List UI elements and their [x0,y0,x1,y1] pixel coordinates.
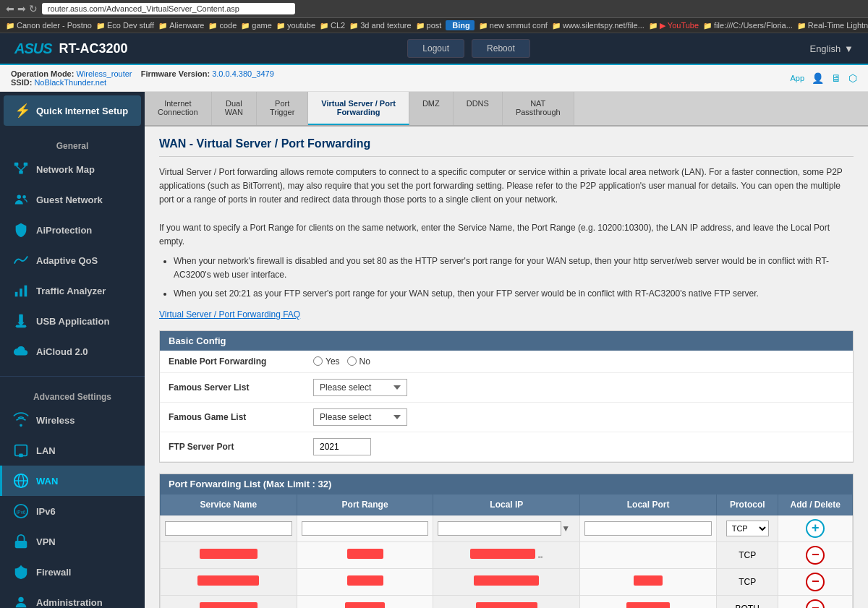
browser-bar: ⬅ ➡ ↻ router.asus.com/Advanced_VirtualSe… [0,0,868,18]
svg-rect-0 [14,163,19,166]
col-local-port: Local Port [580,494,717,515]
row3-port-range [345,602,385,608]
delete-button-3[interactable]: − [806,599,825,608]
enable-no-label[interactable]: No [347,356,370,367]
input-local-ip[interactable] [438,521,561,536]
add-button[interactable]: + [806,519,825,538]
tab-dmz[interactable]: DMZ [409,92,454,125]
bookmark-code[interactable]: code [208,21,237,30]
status-bar: Operation Mode: Wireless_router Firmware… [0,65,868,92]
bullet-2: When you set 20:21 as your FTP server's … [174,287,854,301]
sidebar-item-aiprotection[interactable]: AiProtection [0,215,145,245]
bookmark-canon[interactable]: Canon deler - Postno [6,21,92,30]
famous-game-value: Please select [313,408,407,426]
sidebar-label-administration: Administration [36,597,103,608]
enable-port-forwarding-row: Enable Port Forwarding Yes No [160,351,853,373]
input-service-name[interactable] [165,521,292,536]
port-forwarding-header: Port Forwarding List (Max Limit : 32) [160,474,853,494]
input-protocol-select[interactable]: TCP UDP BOTH [726,521,769,536]
bookmark-post[interactable]: post [416,21,442,30]
famous-server-value: Please select [313,379,407,396]
logout-button[interactable]: Logout [407,39,464,58]
monitor-icon[interactable]: 🖥 [831,72,841,84]
sidebar-item-aicloud[interactable]: AiCloud 2.0 [0,336,145,367]
sidebar-item-network-map[interactable]: Network Map [0,154,145,184]
svg-rect-18 [15,541,27,548]
sidebar-item-firewall[interactable]: Firewall [0,557,145,587]
col-add-delete: Add / Delete [778,494,853,515]
user-icon[interactable]: 👤 [812,72,824,84]
address-bar[interactable]: router.asus.com/Advanced_VirtualServer_C… [42,3,295,14]
usb-application-icon [13,313,29,329]
bookmark-lightning[interactable]: Real-Time Lightning [797,21,868,30]
col-protocol: Protocol [716,494,778,515]
ssid-value[interactable]: NoBlackThunder.net [34,78,106,87]
enable-no-radio[interactable] [347,356,357,366]
table-row-1: -- TCP − [161,541,853,568]
bookmark-smmut[interactable]: new smmut conf [479,21,548,30]
svg-line-3 [17,166,21,170]
sidebar-item-vpn[interactable]: VPN [0,526,145,557]
row1-port-range [347,549,383,559]
famous-game-select[interactable]: Please select [313,408,407,426]
bookmark-3d[interactable]: 3d and texture [349,21,411,30]
bookmark-game[interactable]: game [241,21,272,30]
delete-button-2[interactable]: − [806,573,825,591]
local-ip-dropdown-icon[interactable]: ▼ [561,523,570,534]
input-local-port[interactable] [584,521,712,536]
page-description: Virtual Server / Port forwarding allows … [159,166,854,301]
bookmark-floria[interactable]: file:///C:/Users/Floria... [703,21,793,30]
tab-port-trigger[interactable]: PortTrigger [257,92,308,125]
sidebar-item-usb-application[interactable]: USB Application [0,306,145,336]
bookmark-cl2[interactable]: CL2 [320,21,345,30]
svg-line-4 [21,166,25,170]
sidebar-item-guest-network[interactable]: Guest Network [0,184,145,215]
faq-link[interactable]: Virtual Server / Port Forwarding FAQ [159,309,854,320]
sidebar-label-aiprotection: AiProtection [36,225,92,236]
enable-label: Enable Port Forwarding [169,356,313,367]
bookmark-alienware[interactable]: Alienware [158,21,204,30]
bookmark-eco[interactable]: Eco Dev stuff [96,21,154,30]
sidebar-item-wireless[interactable]: Wireless [0,405,145,435]
svg-rect-12 [19,454,23,458]
col-service-name: Service Name [161,494,297,515]
svg-rect-11 [16,325,27,328]
bookmark-bing[interactable]: Bing [446,20,474,30]
quick-setup[interactable]: ⚡ Quick Internet Setup [4,95,141,126]
svg-point-6 [22,195,26,199]
op-mode-value[interactable]: Wireless_router [76,69,132,78]
quick-setup-icon: ⚡ [14,103,30,119]
fw-value[interactable]: 3.0.0.4.380_3479 [212,69,274,78]
sidebar-item-administration[interactable]: Administration [0,587,145,608]
bookmark-silentspy[interactable]: www.silentspy.net/file... [552,21,644,30]
tab-internet-connection[interactable]: InternetConnection [145,92,212,125]
sidebar: ⚡ Quick Internet Setup General Network M… [0,92,145,608]
input-port-range[interactable] [302,521,429,536]
language-selector[interactable]: English ▼ [809,43,854,54]
famous-server-select[interactable]: Please select [313,379,407,396]
sidebar-item-adaptive-qos[interactable]: Adaptive QoS [0,245,145,275]
main-layout: ⚡ Quick Internet Setup General Network M… [0,92,868,608]
row2-service [197,575,259,586]
tab-bar: InternetConnection DualWAN PortTrigger V… [145,92,868,127]
sidebar-label-aicloud: AiCloud 2.0 [36,346,88,357]
bookmark-youtube2[interactable]: ▶ YouTube [649,21,699,30]
sidebar-item-lan[interactable]: LAN [0,435,145,466]
tab-virtual-server[interactable]: Virtual Server / PortForwarding [308,92,409,125]
usb-icon[interactable]: ⬡ [848,72,857,84]
tab-nat-passthrough[interactable]: NATPassthrough [503,92,574,125]
sidebar-label-traffic-analyzer: Traffic Analyzer [36,286,106,296]
famous-server-row: Famous Server List Please select [160,373,853,403]
tab-ddns[interactable]: DDNS [454,92,503,125]
reboot-button[interactable]: Reboot [472,39,530,58]
bookmark-youtube[interactable]: youtube [276,21,315,30]
enable-yes-radio[interactable] [313,356,323,366]
sidebar-item-ipv6[interactable]: IPv6 IPv6 [0,496,145,526]
delete-button-1[interactable]: − [806,546,825,565]
ftp-port-input[interactable] [313,438,371,455]
sidebar-item-traffic-analyzer[interactable]: Traffic Analyzer [0,275,145,306]
tab-dual-wan[interactable]: DualWAN [212,92,257,125]
header-buttons: Logout Reboot [407,39,529,58]
enable-yes-label[interactable]: Yes [313,356,340,367]
sidebar-item-wan[interactable]: WAN [0,466,145,496]
